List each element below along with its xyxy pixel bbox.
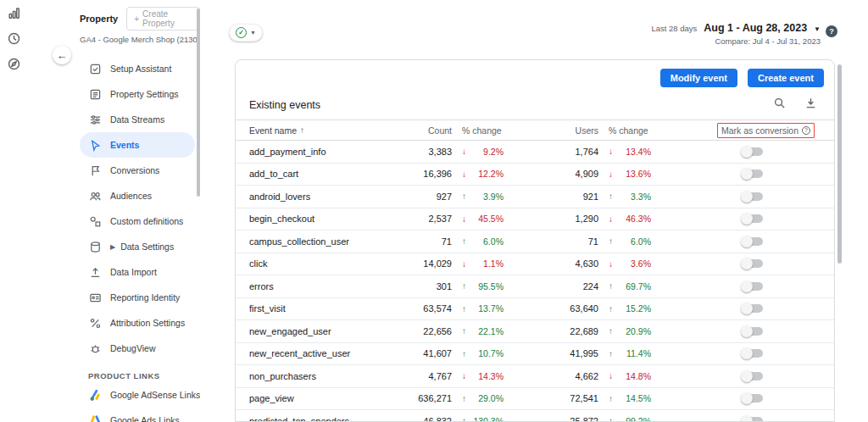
- sidebar-item-label: Data Streams: [110, 114, 164, 125]
- change-value: 1.1%: [470, 258, 504, 269]
- help-tooltip-icon[interactable]: ?: [802, 126, 810, 135]
- sidebar-item-property-settings[interactable]: Property Settings: [80, 81, 195, 107]
- change-value: 69.7%: [617, 281, 651, 292]
- mark-as-conversion-toggle[interactable]: [743, 192, 763, 201]
- download-icon[interactable]: [804, 97, 817, 113]
- count-cell: 71: [398, 236, 452, 247]
- mark-as-conversion-toggle[interactable]: [743, 394, 763, 403]
- table-row: android_lovers 927 ↑ 3.9% 921 ↑ 3.3%: [236, 186, 834, 208]
- table-title-row: Existing events: [236, 95, 834, 120]
- sidebar-item-label: Reporting Identity: [110, 292, 180, 303]
- sidebar-item-data-import[interactable]: Data Import: [80, 259, 195, 285]
- reports-icon[interactable]: [0, 0, 27, 25]
- mark-as-conversion-toggle[interactable]: [743, 304, 763, 313]
- count-cell: 14,029: [398, 258, 452, 269]
- existing-events-card: Modify event Create event Existing event…: [235, 59, 835, 422]
- trend-arrow-icon: ↑: [462, 394, 466, 403]
- date-range-picker[interactable]: Last 28 days Aug 1 - Aug 28, 2023 ▼: [651, 22, 821, 34]
- trend-arrow-icon: ↑: [462, 192, 466, 201]
- trend-arrow-icon: ↑: [609, 394, 613, 403]
- left-nav-rail: [0, 0, 27, 422]
- users-cell: 63,640: [504, 303, 598, 314]
- sidebar-item-google-adsense-links[interactable]: Google AdSense Links: [80, 382, 195, 408]
- modify-event-button[interactable]: Modify event: [660, 69, 737, 87]
- sidebar-item-events[interactable]: Events: [80, 132, 195, 158]
- sidebar-item-attribution-settings[interactable]: Attribution Settings: [80, 310, 195, 336]
- column-header-label: Event name: [249, 125, 297, 136]
- data-streams-icon: [88, 113, 102, 126]
- sidebar-item-custom-definitions[interactable]: Custom definitions: [80, 208, 195, 234]
- sidebar-item-reporting-identity[interactable]: Reporting Identity: [80, 285, 195, 310]
- trend-arrow-icon: ↑: [462, 304, 466, 314]
- trend-arrow-icon: ↑: [609, 192, 613, 201]
- back-button[interactable]: ←: [53, 46, 71, 64]
- count-cell: 63,574: [398, 303, 452, 314]
- mark-as-conversion-toggle[interactable]: [743, 349, 763, 358]
- debugview-icon: [88, 341, 102, 355]
- product-links-heading: PRODUCT LINKS: [88, 371, 200, 380]
- search-icon[interactable]: [773, 97, 786, 113]
- mark-as-conversion-toggle[interactable]: [743, 372, 763, 380]
- sidebar-item-label: DebugView: [110, 343, 156, 353]
- sidebar-item-data-streams[interactable]: Data Streams: [80, 107, 195, 132]
- count-cell: 16,396: [398, 169, 452, 179]
- sidebar-item-google-ads-links[interactable]: Google Ads Links: [80, 408, 195, 422]
- sidebar-item-label: Setup Assistant: [110, 64, 171, 74]
- count-change-cell: ↑ 95.5%: [452, 281, 504, 292]
- users-change-cell: ↑ 15.2%: [598, 303, 656, 314]
- mark-as-conversion-toggle[interactable]: [743, 214, 763, 223]
- users-change-cell: ↓ 13.6%: [598, 169, 656, 179]
- sidebar-item-label: Audiences: [110, 191, 152, 201]
- event-name-cell: predicted_top_spenders: [249, 416, 398, 422]
- trend-arrow-icon: ↑: [609, 416, 613, 422]
- realtime-icon[interactable]: [0, 25, 27, 51]
- mark-as-conversion-toggle[interactable]: [743, 169, 763, 178]
- sidebar-item-debugview[interactable]: DebugView: [80, 336, 195, 361]
- sidebar-item-setup-assistant[interactable]: Setup Assistant: [80, 56, 195, 81]
- mark-as-conversion-toggle[interactable]: [743, 259, 763, 268]
- trend-arrow-icon: ↓: [609, 371, 613, 380]
- chevron-down-icon: ▼: [814, 25, 821, 33]
- table-row: click 14,029 ↓ 1.1% 4,630 ↓ 3.6%: [236, 253, 834, 276]
- change-value: 14.5%: [617, 393, 651, 403]
- mark-as-conversion-toggle[interactable]: [743, 237, 763, 246]
- mark-as-conversion-toggle[interactable]: [743, 327, 763, 336]
- sidebar-item-audiences[interactable]: Audiences: [80, 183, 195, 208]
- mark-as-conversion-toggle[interactable]: [743, 282, 763, 291]
- conversions-icon: [88, 164, 102, 177]
- table-row: first_visit 63,574 ↑ 13.7% 63,640 ↑ 15.2…: [236, 298, 834, 321]
- change-value: 45.5%: [470, 214, 504, 224]
- users-change-cell: ↑ 14.5%: [598, 393, 656, 403]
- mark-as-conversion-toggle[interactable]: [743, 147, 763, 156]
- conversion-cell: [656, 214, 821, 223]
- sidebar-item-data-settings[interactable]: ▶ Data Settings: [80, 234, 195, 259]
- conversion-cell: [656, 394, 821, 403]
- count-change-cell: ↑ 130.3%: [452, 416, 504, 422]
- create-property-button[interactable]: + Create Property: [126, 7, 200, 31]
- table-title: Existing events: [249, 99, 320, 111]
- toggle-knob: [741, 280, 753, 292]
- count-change-cell: ↓ 1.1%: [452, 258, 504, 269]
- column-header-users[interactable]: Users: [504, 125, 598, 136]
- create-event-button[interactable]: Create event: [748, 69, 824, 87]
- event-name-cell: begin_checkout: [249, 214, 398, 224]
- mark-as-conversion-toggle[interactable]: [743, 417, 763, 422]
- trend-arrow-icon: ↓: [462, 169, 466, 179]
- sidebar-item-conversions[interactable]: Conversions: [80, 158, 195, 183]
- help-icon[interactable]: ?: [826, 25, 837, 37]
- sidebar-item-label: Property Settings: [110, 89, 179, 99]
- table-row: non_purchasers 4,767 ↓ 14.3% 4,662 ↓ 14.…: [236, 365, 834, 388]
- property-settings-icon: [88, 87, 102, 101]
- change-value: 13.4%: [617, 147, 651, 157]
- main-scrollbar[interactable]: [837, 64, 842, 264]
- status-check-dropdown[interactable]: ✓ ▼: [229, 24, 263, 42]
- toggle-knob: [741, 392, 753, 404]
- column-header-event-name[interactable]: Event name ↑: [249, 125, 398, 136]
- event-name-cell: click: [249, 258, 398, 269]
- column-header-count[interactable]: Count: [398, 125, 452, 136]
- change-value: 13.6%: [617, 169, 651, 179]
- explore-icon[interactable]: [0, 51, 27, 76]
- events-table-body: add_payment_info 3,383 ↓ 9.2% 1,764 ↓ 13…: [236, 141, 834, 422]
- users-cell: 72,541: [504, 393, 598, 403]
- table-row: new_engaged_user 22,656 ↑ 22.1% 22,689 ↑…: [236, 320, 834, 343]
